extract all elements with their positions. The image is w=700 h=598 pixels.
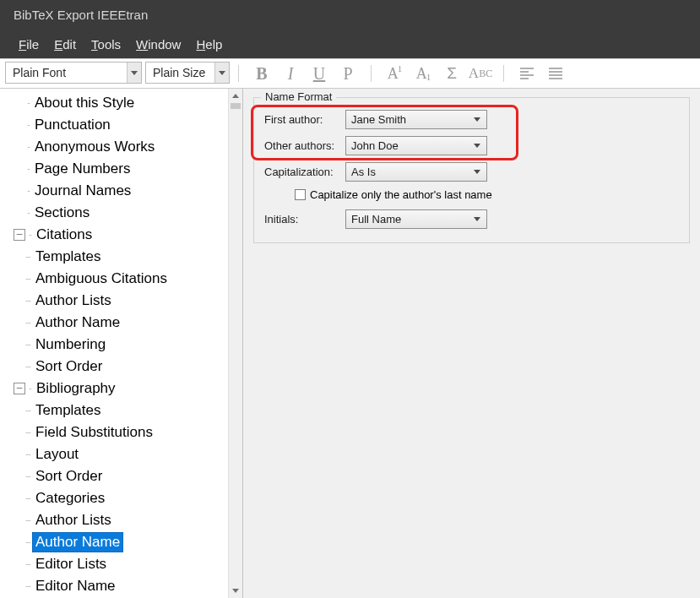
capitalization-label: Capitalization:	[264, 166, 345, 178]
separator	[371, 65, 372, 82]
collapse-icon[interactable]: –	[14, 229, 25, 241]
size-combo[interactable]: Plain Size	[145, 62, 230, 84]
tree-item-biblio-templates[interactable]: Templates	[8, 400, 242, 421]
tree-item-biblio-author-lists[interactable]: Author Lists	[8, 509, 242, 531]
detail-panel: Name Format First author: Jane Smith Oth…	[243, 89, 700, 598]
font-combo[interactable]: Plain Font	[5, 62, 142, 84]
tree-item-biblio-author-name[interactable]: Author Name	[8, 531, 242, 553]
initials-value: Full Name	[351, 213, 401, 226]
initials-select[interactable]: Full Name	[345, 209, 487, 229]
row-capitalization: Capitalization: As Is	[264, 162, 679, 182]
vertical-scrollbar[interactable]	[228, 89, 242, 598]
tree-item-punctuation[interactable]: Punctuation	[8, 114, 242, 136]
menu-tools[interactable]: Tools	[91, 37, 121, 52]
tree-item-citations-templates[interactable]: Templates	[8, 246, 242, 268]
tree-item-citations-author-name[interactable]: Author Name	[8, 312, 242, 334]
tree-item-sections[interactable]: Sections	[8, 202, 242, 224]
tree-item-bibliography[interactable]: –Bibliography	[8, 378, 242, 400]
name-format-group: Name Format First author: Jane Smith Oth…	[253, 97, 690, 243]
other-authors-select[interactable]: John Doe	[345, 136, 487, 155]
tree-item-citations[interactable]: –Citations	[8, 224, 242, 246]
first-author-label: First author:	[264, 113, 345, 126]
capitalization-select[interactable]: As Is	[345, 162, 487, 182]
font-combo-value: Plain Font	[6, 66, 127, 79]
tree-item-biblio-editor-name[interactable]: Editor Name	[8, 575, 242, 597]
window-title: BibTeX Export IEEEtran	[14, 8, 148, 22]
capitalization-value: As Is	[351, 166, 376, 178]
tree-item-biblio-field-subs[interactable]: Field Substitutions	[8, 421, 242, 443]
tree-item-biblio-categories[interactable]: Categories	[8, 487, 242, 509]
align-justify-button[interactable]	[541, 62, 570, 85]
toolbar: Plain Font Plain Size B I U P A1 A1 Σ AB…	[0, 58, 700, 89]
window-titlebar: BibTeX Export IEEEtran	[0, 0, 700, 30]
underline-button[interactable]: U	[305, 62, 334, 85]
menu-edit[interactable]: Edit	[54, 37, 76, 52]
first-author-value: Jane Smith	[351, 113, 406, 126]
tree-item-biblio-editor-lists[interactable]: Editor Lists	[8, 553, 242, 575]
menu-help[interactable]: Help	[196, 37, 222, 52]
group-title: Name Format	[261, 90, 336, 103]
menu-bar: File Edit Tools Window Help	[0, 30, 700, 58]
tree-panel: About this Style Punctuation Anonymous W…	[0, 89, 243, 598]
row-other-authors: Other authors: John Doe	[264, 136, 679, 155]
row-first-author: First author: Jane Smith	[264, 110, 679, 129]
menu-file[interactable]: File	[19, 37, 39, 52]
tree-item-anonymous[interactable]: Anonymous Works	[8, 136, 242, 158]
symbol-button[interactable]: Σ	[437, 62, 466, 85]
superscript-button[interactable]: A1	[380, 62, 409, 85]
separator	[503, 65, 504, 82]
tree-item-biblio-sort-order[interactable]: Sort Order	[8, 465, 242, 487]
row-initials: Initials: Full Name	[264, 209, 679, 229]
tree-item-citations-author-lists[interactable]: Author Lists	[8, 290, 242, 312]
capitalize-lastname-checkbox[interactable]	[295, 189, 306, 200]
tree-item-citations-numbering[interactable]: Numbering	[8, 334, 242, 356]
other-authors-label: Other authors:	[264, 139, 345, 152]
scroll-up-icon[interactable]	[229, 89, 242, 103]
first-author-select[interactable]: Jane Smith	[345, 110, 487, 129]
row-capitalize-lastname[interactable]: Capitalize only the author's last name	[295, 188, 679, 201]
tree-item-citations-sort-order[interactable]: Sort Order	[8, 356, 242, 378]
other-authors-value: John Doe	[351, 139, 399, 152]
tree-item-page-numbers[interactable]: Page Numbers	[8, 158, 242, 180]
bold-button[interactable]: B	[247, 62, 276, 85]
menu-window[interactable]: Window	[136, 37, 181, 52]
chevron-down-icon	[127, 63, 141, 83]
scroll-down-icon[interactable]	[229, 584, 242, 598]
subscript-button[interactable]: A1	[409, 62, 437, 85]
italic-button[interactable]: I	[276, 62, 305, 85]
initials-label: Initials:	[264, 213, 345, 226]
tree-item-citations-ambiguous[interactable]: Ambiguous Citations	[8, 268, 242, 290]
tree-item-journal-names[interactable]: Journal Names	[8, 180, 242, 202]
smallcaps-button[interactable]: ABC	[466, 62, 495, 85]
chevron-down-icon	[214, 63, 229, 83]
align-left-button[interactable]	[513, 62, 541, 85]
separator	[238, 65, 239, 82]
size-combo-value: Plain Size	[146, 66, 214, 79]
tree-item-biblio-layout[interactable]: Layout	[8, 443, 242, 465]
tree-item-about[interactable]: About this Style	[8, 92, 242, 114]
collapse-icon[interactable]: –	[14, 383, 25, 394]
nav-tree: About this Style Punctuation Anonymous W…	[8, 92, 242, 597]
plain-button[interactable]: P	[334, 62, 362, 85]
content-split: About this Style Punctuation Anonymous W…	[0, 89, 700, 598]
capitalize-lastname-label: Capitalize only the author's last name	[310, 188, 492, 201]
scroll-thumb[interactable]	[231, 103, 241, 109]
